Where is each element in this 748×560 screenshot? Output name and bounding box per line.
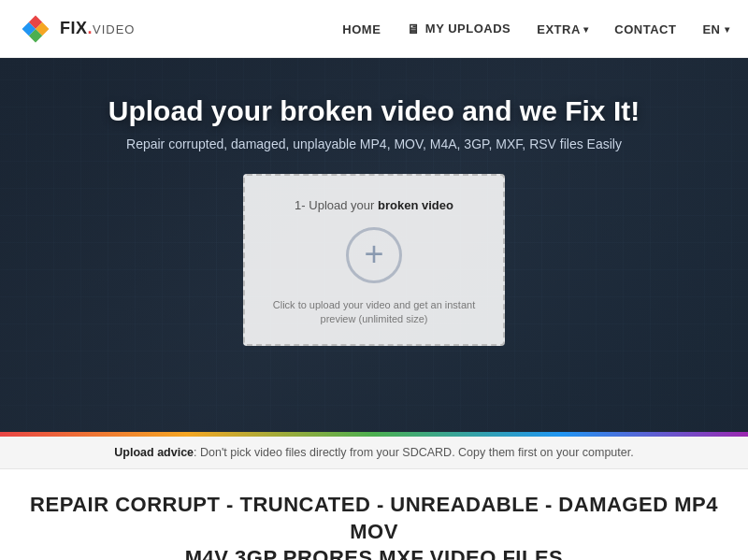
bottom-heading: REPAIR CORRUPT - TRUNCATED - UNREADABLE … <box>28 492 720 560</box>
language-selector[interactable]: EN ▾ <box>702 22 729 36</box>
nav-item-lang[interactable]: EN ▾ <box>702 21 729 37</box>
navbar: FIX.VIDEO HOME 🖥 MY UPLOADS EXTRA ▾ CONT… <box>0 0 748 58</box>
advice-label: Upload advice <box>114 446 194 459</box>
chevron-down-icon: ▾ <box>583 24 589 35</box>
nav-item-uploads[interactable]: 🖥 MY UPLOADS <box>407 21 511 37</box>
nav-link-extra[interactable]: EXTRA ▾ <box>537 22 588 36</box>
hero-title: Upload your broken video and we Fix It! <box>19 95 729 127</box>
hero-section: Upload your broken video and we Fix It! … <box>0 58 748 432</box>
nav-item-home[interactable]: HOME <box>342 21 381 37</box>
nav-link-uploads[interactable]: 🖥 MY UPLOADS <box>407 22 511 36</box>
nav-links: HOME 🖥 MY UPLOADS EXTRA ▾ CONTACT EN ▾ <box>342 21 729 37</box>
nav-link-home[interactable]: HOME <box>342 22 381 36</box>
logo[interactable]: FIX.VIDEO <box>19 12 136 46</box>
upload-box[interactable]: 1- Upload your broken video + Click to u… <box>243 174 505 346</box>
nav-item-extra[interactable]: EXTRA ▾ <box>537 21 588 37</box>
nav-item-contact[interactable]: CONTACT <box>614 21 676 37</box>
lang-chevron-icon: ▾ <box>725 24 730 35</box>
advice-text: : Don't pick video files directly from y… <box>194 446 634 459</box>
upload-plus-button[interactable]: + <box>346 227 402 283</box>
monitor-icon: 🖥 <box>407 22 421 36</box>
hero-content: Upload your broken video and we Fix It! … <box>19 95 729 346</box>
advice-bar: Upload advice: Don't pick video files di… <box>0 437 748 469</box>
logo-text: FIX.VIDEO <box>60 19 136 38</box>
hero-subtitle: Repair corrupted, damaged, unplayable MP… <box>19 136 729 151</box>
bottom-section: REPAIR CORRUPT - TRUNCATED - UNREADABLE … <box>0 469 748 560</box>
upload-hint: Click to upload your video and get an in… <box>264 298 484 327</box>
plus-icon: + <box>364 237 383 271</box>
nav-link-contact[interactable]: CONTACT <box>614 22 676 36</box>
logo-icon <box>19 12 52 46</box>
upload-box-title: 1- Upload your broken video <box>295 198 453 212</box>
